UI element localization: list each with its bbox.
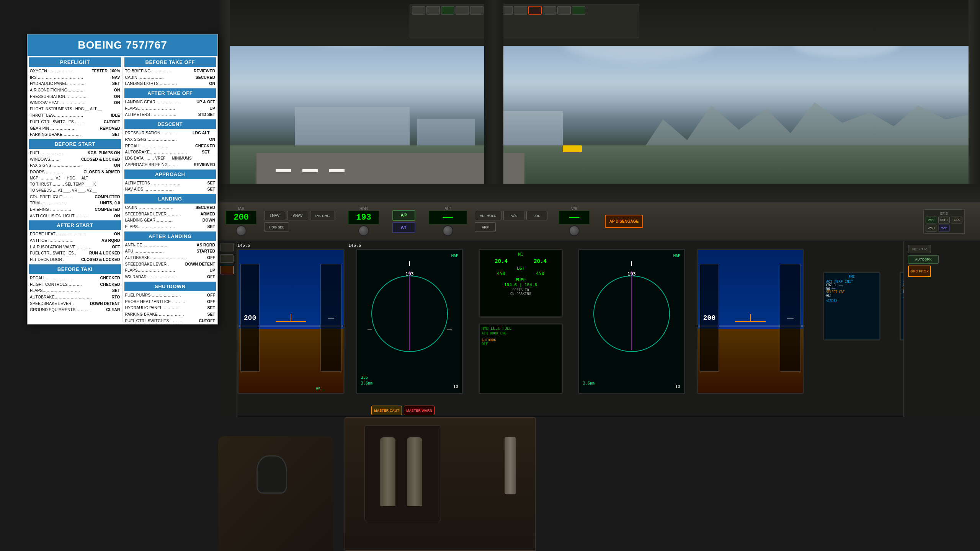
bs-mcp: MCP ………… V2 __ HDG __ ALT __	[28, 175, 122, 181]
ap-disengage-area: AP DISENGAGE	[605, 215, 643, 228]
mcp-heading-display[interactable]: 193	[348, 211, 379, 224]
ap-engage-btn[interactable]: A/P	[392, 210, 415, 221]
left-panel-sw-3[interactable]	[220, 266, 234, 274]
bs-trim: TRIM ……………….UNITS, 0.0	[28, 200, 122, 206]
sd-fuel-pumps: FUEL PUMPS ………………….OFF	[123, 292, 218, 298]
ovhd-btn-9[interactable]	[528, 6, 542, 15]
sd-fuel-ctrl: FUEL CTRL SWITCHES……….CUTOFF	[123, 318, 218, 324]
mcp-panel[interactable]: IAS 200 LNAV VNAV LVL CHG HDG SEL HDG 19…	[218, 203, 980, 241]
ovhd-btn-4[interactable]	[456, 6, 469, 15]
efis-arpt-btn[interactable]: ARPT	[938, 217, 950, 223]
captain-yoke[interactable]	[256, 455, 287, 494]
ovhd-btn-1[interactable]	[412, 6, 425, 15]
captain-seat-area	[218, 436, 333, 551]
efis-map-btn[interactable]: MAP	[938, 225, 950, 231]
left-panel-sw-2[interactable]	[220, 254, 234, 263]
fo-pfd-speed: 200	[703, 314, 715, 322]
shutdown-header: SHUTDOWN	[124, 282, 216, 291]
ldg-cabin: CABIN……………………….SECURED	[123, 204, 218, 211]
mcp-buttons-left: LNAV VNAV LVL CHG HDG SEL	[264, 211, 341, 232]
eicas-upper[interactable]: N1 20.4 20.4 EGT 450 450 FUEL 104.6 | 10…	[479, 249, 563, 318]
bs-windows: WINDOWS…….CLOSED & LOCKED	[28, 156, 122, 163]
mcp-alt-knob[interactable]	[443, 225, 453, 236]
overhead-panel	[218, 0, 980, 46]
ovhd-btn-3[interactable]	[441, 6, 454, 15]
sd-probe-heat: PROBE HEAT / ANTI-ICE ……….OFF	[123, 298, 218, 305]
fo-pfd[interactable]: 200 ——	[697, 249, 804, 394]
alt-readout-left: 146.6	[237, 243, 250, 248]
efis-wxr-btn[interactable]: WXR	[926, 225, 937, 231]
fo-nd[interactable]: 193 3.6nm MAP 10	[578, 249, 685, 394]
right-panel-sw-1[interactable]: NOSEUP	[908, 245, 931, 253]
as-fuel-ctrl: FUEL CTRL SWITCHES .RUN & LOCKED	[28, 250, 122, 256]
mcp-vs-label: V/S	[571, 207, 577, 211]
runway-marking-1	[276, 169, 291, 172]
master-warning-light[interactable]: MASTER WARN	[404, 406, 434, 415]
center-pedestal	[345, 417, 536, 551]
captain-nd[interactable]: 193 3.6nm 285 MAP 10	[356, 249, 463, 394]
right-panel-sw-2[interactable]: AUTOBRK	[908, 255, 939, 264]
ato-flaps: FLAPS……………………….UP	[123, 105, 218, 112]
right-panel-sw-3[interactable]: GRD PROX	[908, 266, 931, 277]
sd-parking-brake: PARKING BRAKE ……………….SET	[123, 311, 218, 318]
desc-ldg-data: LDG DATA . …… VREF __ MINIMUMS __	[123, 155, 218, 161]
ovhd-btn-8[interactable]	[514, 6, 527, 15]
ap-disengage-btn[interactable]: AP DISENGAGE	[605, 215, 643, 228]
flap-lever[interactable]	[505, 437, 516, 494]
mcp-hdg-knob[interactable]	[358, 225, 369, 236]
bs-pax-signs: PAX SIGNS ………………….ON	[28, 162, 122, 169]
mcp-vnav-btn[interactable]: VNAV	[287, 211, 308, 220]
eicas-lower[interactable]: HYD ELEC FUEL AIR DOOR ENG AUTOBRK OFF	[479, 323, 563, 394]
right-outboard-panel: NOSEUP AUTOBRK GRD PROX	[903, 241, 980, 417]
preflight-press: PRESSURISATION…………….ON	[28, 93, 122, 100]
descent-header: DESCENT	[124, 119, 216, 129]
mcp-altitude-display[interactable]: ——	[429, 211, 467, 224]
preflight-parking-brake: PARKING BRAKE ………….SET	[28, 131, 122, 138]
preflight-fi: FLIGHT INSTRUMENTS . HDG __ ALT __	[28, 106, 122, 112]
desc-recall: RECALL ……………….CHECKED	[123, 143, 218, 149]
as-anti-ice: ANTI-ICE ……………….AS RQRD	[28, 237, 122, 244]
efis-sta-btn[interactable]: STA	[951, 217, 962, 223]
mcp-app-btn[interactable]: APP	[475, 222, 496, 232]
ovhd-btn-2[interactable]	[426, 6, 440, 15]
mcp-vs-section: V/S ——	[559, 207, 590, 236]
desc-autobrake: AUTOBRAKE……………………….SET __	[123, 149, 218, 155]
mcp-hdgsel-btn[interactable]: HDG SEL	[264, 222, 289, 232]
mcp-alt-label: ALT	[444, 207, 451, 211]
ovhd-btn-11[interactable]	[557, 6, 571, 15]
center-windshield-post	[484, 0, 503, 184]
at-engage-btn[interactable]: A/T	[392, 222, 415, 233]
ovhd-btn-12[interactable]	[572, 6, 585, 15]
efis-wpt-btn[interactable]: WPT	[926, 217, 937, 223]
mcp-vs-display[interactable]: ——	[559, 211, 590, 224]
ovhd-btn-10[interactable]	[543, 6, 556, 15]
preflight-throttles: THROTTLES………………….IDLE	[28, 112, 122, 119]
mcp-speed-display[interactable]: 200	[226, 211, 256, 224]
bs-speeds: TO SPEEDS … V1 ___, VR ___, V2 __	[28, 187, 122, 194]
before-takeoff-header: BEFORE TAKE OFF	[124, 57, 216, 67]
throttle-lever-right[interactable]	[407, 437, 422, 506]
mcp-althold-btn[interactable]: ALT HOLD	[475, 211, 501, 220]
al-speedbrake: SPEEDBRAKE LEVER .DOWN DETENT	[123, 261, 218, 267]
mcp-lnav-btn[interactable]: LNAV	[264, 211, 285, 220]
mcp-loc-btn[interactable]: LOC	[526, 211, 547, 220]
efis-capt-panel[interactable]: EFIS WPT ARPT STA WXR MAP	[923, 209, 965, 234]
throttle-lever-area	[364, 425, 441, 521]
cdu-left[interactable]: FMC ACT PERF INIT CRZ FL —— GW —— SELECT…	[823, 272, 880, 341]
left-panel-sw-1[interactable]	[220, 243, 234, 251]
throttle-lever-left[interactable]	[380, 437, 395, 506]
mcp-speed-knob[interactable]	[236, 225, 247, 236]
master-caution-light[interactable]: MASTER CAUT	[371, 406, 402, 415]
mcp-vs-knob[interactable]	[569, 225, 580, 236]
glareshield-panel	[218, 184, 980, 203]
ovhd-btn-5[interactable]	[470, 6, 483, 15]
desc-press: PRESSURISATION. ……….LDG ALT __	[123, 130, 218, 136]
before-start-header: BEFORE START	[29, 139, 121, 149]
captain-pfd[interactable]: 200 —— VS	[237, 249, 345, 394]
left-a-pillar	[218, 0, 230, 191]
ato-gear: LANDING GEAR. …………….UP & OFF	[123, 99, 218, 105]
checklist-main-title: BOEING 757/767	[28, 34, 217, 56]
mcp-vs-btn[interactable]: V/S	[503, 211, 524, 220]
al-flaps: FLAPS……………………….UP	[123, 267, 218, 274]
mcp-lvlchg-btn[interactable]: LVL CHG	[310, 211, 335, 220]
